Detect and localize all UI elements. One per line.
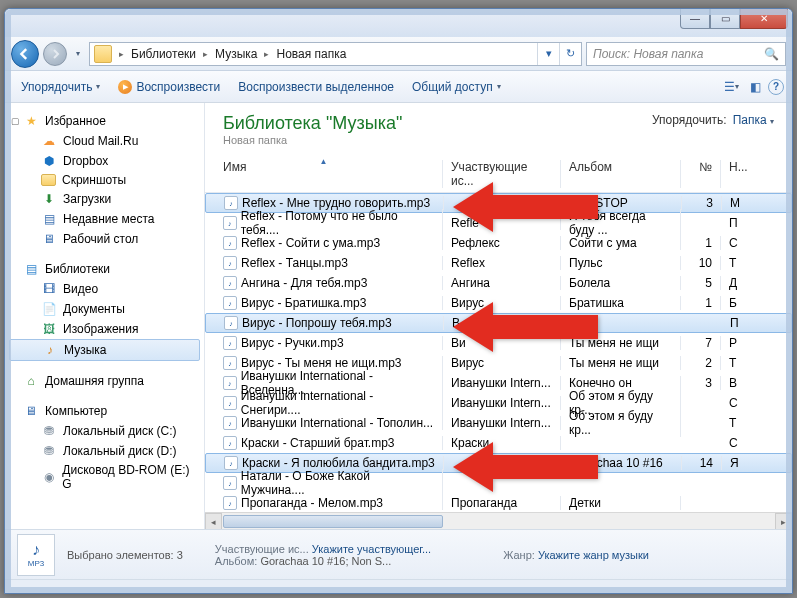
address-dropdown[interactable]: ▾ [537, 43, 559, 65]
scroll-right-button[interactable]: ▸ [775, 513, 792, 529]
sidebar-item-favorite[interactable]: 🖥Рабочий стол [5, 229, 204, 249]
file-row[interactable]: Натали - О Боже Какой Мужчина.... [205, 473, 792, 493]
details-genre-label: Жанр: [503, 549, 535, 561]
file-view: Библиотека "Музыка" Новая папка Упорядоч… [205, 103, 792, 529]
play-selected-button[interactable]: Воспроизвести выделенное [230, 76, 402, 98]
sidebar-item-library[interactable]: 🎞Видео [5, 279, 204, 299]
sidebar-item-library[interactable]: ♪Музыка [9, 339, 200, 361]
sidebar-item-label: Дисковод BD-ROM (E:) G [62, 463, 196, 491]
sidebar-libraries[interactable]: ▤Библиотеки [5, 259, 204, 279]
sidebar-item-favorite[interactable]: ☁Cloud Mail.Ru [5, 131, 204, 151]
arrange-by-menu[interactable]: Папка ▾ [733, 113, 774, 127]
collapse-icon[interactable]: ▢ [11, 116, 20, 126]
vid-icon: 🎞 [41, 281, 57, 297]
file-list[interactable]: Reflex - Мне трудно говорить.mp3Non STOP… [205, 193, 792, 512]
address-bar[interactable]: ▸ Библиотеки ▸ Музыка ▸ Новая папка ▾ ↻ [89, 42, 582, 66]
forward-button[interactable] [43, 42, 67, 66]
library-title: Библиотека "Музыка" [223, 113, 402, 134]
mp3-file-icon [223, 276, 237, 290]
view-options-button[interactable]: ☰▾ [720, 76, 742, 98]
file-name: Reflex - Потому что не было тебя.... [241, 209, 434, 237]
file-row[interactable]: Ангина - Для тебя.mp3АнгинаБолела5Д [205, 273, 792, 293]
column-album[interactable]: Альбом [561, 160, 681, 188]
column-last[interactable]: Н... [721, 160, 751, 188]
file-album: Я тебя всегда буду ... [561, 209, 681, 237]
sidebar-homegroup[interactable]: ⌂Домашняя группа [5, 371, 204, 391]
horizontal-scrollbar[interactable]: ◂ ▸ [205, 512, 792, 529]
file-row[interactable]: Пропаганда - Мелом.mp3ПропагандаДетки [205, 493, 792, 512]
file-row[interactable]: Reflex - Сойти с ума.mp3РефлексСойти с у… [205, 233, 792, 253]
chevron-right-icon[interactable]: ▸ [116, 49, 127, 59]
help-button[interactable]: ? [768, 79, 784, 95]
mp3-file-icon [223, 216, 237, 230]
file-row[interactable]: Вирус - Братишка.mp3ВирусБратишка1Б [205, 293, 792, 313]
search-icon[interactable]: 🔍 [764, 47, 779, 61]
scroll-thumb[interactable] [223, 515, 443, 528]
sidebar-item-favorite[interactable]: Скриншоты [5, 171, 204, 189]
maximize-button[interactable]: ▭ [710, 9, 740, 29]
breadcrumb[interactable]: Библиотеки [127, 47, 200, 61]
back-button[interactable] [11, 40, 39, 68]
file-row[interactable]: Краски - Старший брат.mp3КраскиС [205, 433, 792, 453]
arrange-label: Упорядочить: [652, 113, 727, 127]
column-name[interactable]: ▲Имя [205, 160, 443, 188]
navigation-bar: ▾ ▸ Библиотеки ▸ Музыка ▸ Новая папка ▾ … [5, 37, 792, 71]
sidebar-item-drive[interactable]: ⛃Локальный диск (D:) [5, 441, 204, 461]
breadcrumb[interactable]: Новая папка [272, 47, 350, 61]
file-row[interactable]: Вирус - Попрошу тебя.mp3ВП [205, 313, 792, 333]
sidebar-item-library[interactable]: 📄Документы [5, 299, 204, 319]
file-last: Т [721, 256, 751, 270]
close-button[interactable]: ✕ [740, 9, 788, 29]
breadcrumb[interactable]: Музыка [211, 47, 261, 61]
nav-history-dropdown[interactable]: ▾ [71, 43, 85, 65]
sort-asc-icon: ▲ [320, 157, 328, 166]
sidebar-item-favorite[interactable]: ⬢Dropbox [5, 151, 204, 171]
minimize-button[interactable]: — [680, 9, 710, 29]
column-artist[interactable]: Участвующие ис... [443, 160, 561, 188]
chevron-right-icon[interactable]: ▸ [200, 49, 211, 59]
file-album: Болела [561, 276, 681, 290]
chevron-right-icon[interactable]: ▸ [261, 49, 272, 59]
file-track-no: 1 [681, 296, 721, 310]
search-input[interactable]: Поиск: Новая папка 🔍 [586, 42, 786, 66]
organize-menu[interactable]: Упорядочить▾ [13, 76, 108, 98]
file-artist: Краски [443, 436, 561, 450]
preview-pane-button[interactable]: ◧ [744, 76, 766, 98]
share-menu[interactable]: Общий доступ▾ [404, 76, 509, 98]
play-icon: ▶ [118, 80, 132, 94]
bd-icon: ◉ [41, 469, 56, 485]
file-name: Ангина - Для тебя.mp3 [241, 276, 367, 290]
refresh-button[interactable]: ↻ [559, 43, 581, 65]
details-artist-value[interactable]: Укажите участвующег... [312, 543, 431, 555]
sidebar-item-label: Загрузки [63, 192, 111, 206]
file-last: В [721, 376, 751, 390]
column-track-no[interactable]: № [681, 160, 721, 188]
file-last: Б [721, 296, 751, 310]
file-row[interactable]: Иванушки International - Тополин...Ивану… [205, 413, 792, 433]
play-button[interactable]: ▶Воспроизвести [110, 76, 228, 98]
file-row[interactable]: Reflex - Танцы.mp3ReflexПульс10Т [205, 253, 792, 273]
scroll-left-button[interactable]: ◂ [205, 513, 222, 529]
sidebar-computer[interactable]: 🖥Компьютер [5, 401, 204, 421]
mp3-file-icon [223, 436, 237, 450]
sidebar-item-favorite[interactable]: ▤Недавние места [5, 209, 204, 229]
file-name: Краски - Старший брат.mp3 [241, 436, 395, 450]
dropbox-icon: ⬢ [41, 153, 57, 169]
sidebar-item-favorite[interactable]: ⬇Загрузки [5, 189, 204, 209]
folder-icon [94, 45, 112, 63]
column-headers: ▲Имя Участвующие ис... Альбом № Н... [205, 156, 792, 193]
file-track-no: 1 [681, 236, 721, 250]
sidebar-favorites[interactable]: ▢★Избранное [5, 111, 204, 131]
sidebar-item-label: Рабочий стол [63, 232, 138, 246]
file-track-no: 3 [682, 196, 722, 210]
sidebar-item-drive[interactable]: ⛃Локальный диск (C:) [5, 421, 204, 441]
details-genre-value[interactable]: Укажите жанр музыки [538, 549, 649, 561]
sidebar-item-library[interactable]: 🖼Изображения [5, 319, 204, 339]
mp3-file-icon [223, 336, 237, 350]
sidebar-item-drive[interactable]: ◉Дисковод BD-ROM (E:) G [5, 461, 204, 493]
file-name: Reflex - Сойти с ума.mp3 [241, 236, 380, 250]
file-row[interactable]: Иванушки International - Снегири....Иван… [205, 393, 792, 413]
file-row[interactable]: Вирус - Ручки.mp3ВиТы меня не ищи7Р [205, 333, 792, 353]
sidebar-item-label: Недавние места [63, 212, 154, 226]
file-row[interactable]: Reflex - Потому что не было тебя....Refl… [205, 213, 792, 233]
